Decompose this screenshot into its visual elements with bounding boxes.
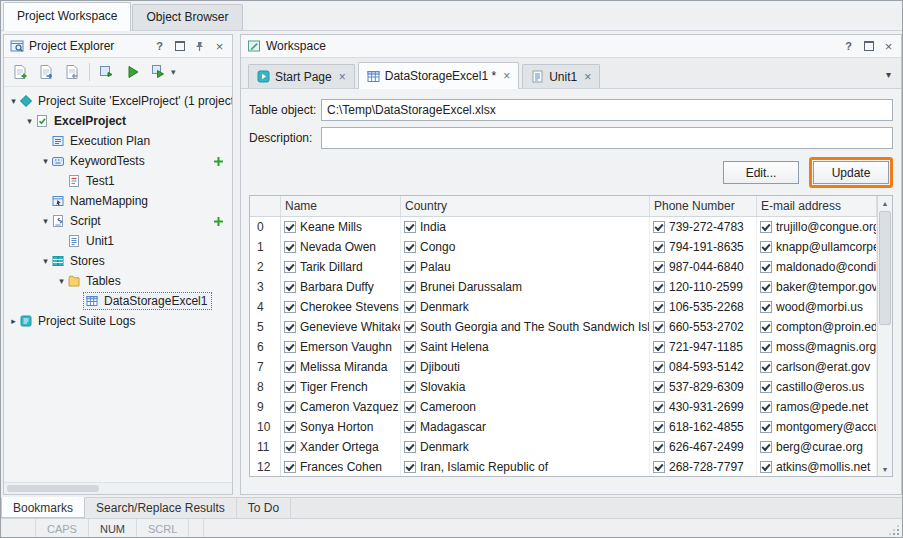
close-panel-icon[interactable] <box>212 39 227 54</box>
cell-country[interactable]: Denmark <box>401 437 650 457</box>
row-index[interactable]: 10 <box>250 417 281 437</box>
row-index[interactable]: 8 <box>250 377 281 397</box>
expander-icon[interactable] <box>8 317 19 326</box>
cell-country[interactable]: Djibouti <box>401 357 650 377</box>
add-new-item-icon[interactable] <box>8 61 32 83</box>
cell-name[interactable]: Barbara Duffy <box>281 277 401 297</box>
float-window-icon[interactable] <box>861 39 876 54</box>
grid-vertical-scrollbar[interactable] <box>877 196 892 476</box>
row-index[interactable]: 5 <box>250 317 281 337</box>
scroll-down-icon[interactable] <box>878 462 892 476</box>
cell-name[interactable]: Keane Mills <box>281 217 401 237</box>
cell-phone[interactable]: 618-162-4855 <box>650 417 757 437</box>
checkbox-checked-icon[interactable] <box>653 461 665 473</box>
table-row[interactable]: 6 Emerson Vaughn Saint Helena 721-947-11… <box>250 337 877 357</box>
expander-icon[interactable] <box>56 277 67 286</box>
checkbox-checked-icon[interactable] <box>760 441 772 453</box>
row-index[interactable]: 11 <box>250 437 281 457</box>
tab-search-replace-results[interactable]: Search/Replace Results <box>85 498 237 518</box>
checkbox-checked-icon[interactable] <box>404 461 416 473</box>
row-index[interactable]: 4 <box>250 297 281 317</box>
table-row[interactable]: 11 Xander Ortega Denmark 626-467-2499 be… <box>250 437 877 457</box>
cell-email[interactable]: ramos@pede.net <box>757 397 877 417</box>
cell-country[interactable]: India <box>401 217 650 237</box>
close-tab-icon[interactable] <box>339 70 346 84</box>
doc-tab-start-page[interactable]: Start Page <box>248 64 355 88</box>
cell-phone[interactable]: 626-467-2499 <box>650 437 757 457</box>
doc-tab-datastorageexcel1[interactable]: DataStorageExcel1 * <box>358 62 519 89</box>
cell-name[interactable]: Nevada Owen <box>281 237 401 257</box>
pin-icon[interactable] <box>192 39 207 54</box>
row-index[interactable]: 12 <box>250 457 281 476</box>
checkbox-checked-icon[interactable] <box>284 401 296 413</box>
cell-phone[interactable]: 537-829-6309 <box>650 377 757 397</box>
grid-header-phone[interactable]: Phone Number <box>650 196 757 216</box>
scrollbar-thumb[interactable] <box>879 211 891 325</box>
add-script-unit-icon[interactable] <box>211 214 225 228</box>
cell-name[interactable]: Frances Cohen <box>281 457 401 476</box>
cell-email[interactable]: moss@magnis.org <box>757 337 877 357</box>
expander-icon[interactable] <box>40 157 51 166</box>
help-icon[interactable] <box>841 39 856 54</box>
checkbox-checked-icon[interactable] <box>284 381 296 393</box>
table-row[interactable]: 2 Tarik Dillard Palau 987-044-6840 maldo… <box>250 257 877 277</box>
cell-name[interactable]: Genevieve Whitaker <box>281 317 401 337</box>
close-panel-icon[interactable] <box>881 39 896 54</box>
export-item-icon[interactable] <box>60 61 84 83</box>
add-keywordtest-icon[interactable] <box>211 154 225 168</box>
tree-horizontal-scrollbar[interactable] <box>4 482 232 494</box>
checkbox-checked-icon[interactable] <box>760 301 772 313</box>
cell-email[interactable]: berg@curae.org <box>757 437 877 457</box>
checkbox-checked-icon[interactable] <box>653 321 665 333</box>
checkbox-checked-icon[interactable] <box>404 401 416 413</box>
checkbox-checked-icon[interactable] <box>284 421 296 433</box>
expander-icon[interactable] <box>40 217 51 226</box>
checkbox-checked-icon[interactable] <box>284 321 296 333</box>
table-row[interactable]: 8 Tiger French Slovakia 537-829-6309 cas… <box>250 377 877 397</box>
cell-phone[interactable]: 430-931-2699 <box>650 397 757 417</box>
tree-item-project-suite[interactable]: Project Suite 'ExcelProject' (1 project) <box>4 91 232 111</box>
checkbox-checked-icon[interactable] <box>760 221 772 233</box>
cell-country[interactable]: Slovakia <box>401 377 650 397</box>
cell-country[interactable]: Brunei Darussalam <box>401 277 650 297</box>
tree-item-keywordtests[interactable]: KeywordTests <box>4 151 232 171</box>
tree-item-excelproject[interactable]: ExcelProject <box>4 111 232 131</box>
tree-item-namemapping[interactable]: NameMapping <box>4 191 232 211</box>
checkbox-checked-icon[interactable] <box>760 421 772 433</box>
cell-name[interactable]: Sonya Horton <box>281 417 401 437</box>
tab-bookmarks[interactable]: Bookmarks <box>1 497 85 518</box>
close-tab-icon[interactable] <box>503 69 510 83</box>
checkbox-checked-icon[interactable] <box>404 281 416 293</box>
cell-country[interactable]: Congo <box>401 237 650 257</box>
checkbox-checked-icon[interactable] <box>760 361 772 373</box>
checkbox-checked-icon[interactable] <box>760 261 772 273</box>
cell-name[interactable]: Melissa Miranda <box>281 357 401 377</box>
table-object-input[interactable] <box>321 99 893 121</box>
tab-project-workspace[interactable]: Project Workspace <box>3 2 131 31</box>
checkbox-checked-icon[interactable] <box>404 261 416 273</box>
help-icon[interactable] <box>152 39 167 54</box>
checkbox-checked-icon[interactable] <box>284 261 296 273</box>
checkbox-checked-icon[interactable] <box>404 441 416 453</box>
make-current-project-icon[interactable] <box>95 61 119 83</box>
table-row[interactable]: 3 Barbara Duffy Brunei Darussalam 120-11… <box>250 277 877 297</box>
cell-phone[interactable]: 660-553-2702 <box>650 317 757 337</box>
cell-name[interactable]: Tiger French <box>281 377 401 397</box>
checkbox-checked-icon[interactable] <box>653 221 665 233</box>
checkbox-checked-icon[interactable] <box>653 241 665 253</box>
checkbox-checked-icon[interactable] <box>653 401 665 413</box>
edit-button[interactable]: Edit... <box>723 161 799 184</box>
description-input[interactable] <box>321 127 893 149</box>
checkbox-checked-icon[interactable] <box>404 241 416 253</box>
checkbox-checked-icon[interactable] <box>653 441 665 453</box>
checkbox-checked-icon[interactable] <box>404 341 416 353</box>
tree-item-datastorageexcel1[interactable]: DataStorageExcel1 <box>4 291 232 311</box>
checkbox-checked-icon[interactable] <box>760 381 772 393</box>
checkbox-checked-icon[interactable] <box>404 421 416 433</box>
checkbox-checked-icon[interactable] <box>653 421 665 433</box>
checkbox-checked-icon[interactable] <box>284 221 296 233</box>
grid-header-name[interactable]: Name <box>281 196 401 216</box>
tab-to-do[interactable]: To Do <box>237 498 291 518</box>
checkbox-checked-icon[interactable] <box>404 381 416 393</box>
checkbox-checked-icon[interactable] <box>760 401 772 413</box>
